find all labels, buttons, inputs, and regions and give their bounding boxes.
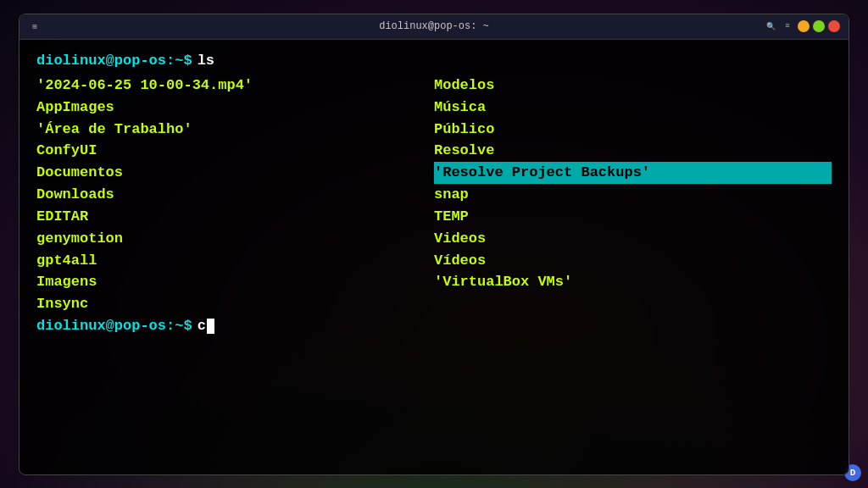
list-item: Imagens [36,271,434,293]
prompt-line-2: diolinux@pop-os:~$ c [36,315,832,337]
list-item: Vídeos [434,250,832,272]
list-item-resolve-backups: 'Resolve Project Backups' [434,162,832,184]
window-title: diolinux@pop-os: ~ [379,20,489,32]
window-controls: 🔍 ≡ [764,20,840,32]
list-item: Música [434,97,832,119]
menu-button[interactable]: ≡ [781,20,794,32]
prompt-cmd-2: c [198,315,206,337]
list-item: TEMP [434,206,832,228]
list-item: EDITAR [36,206,434,228]
search-button[interactable]: 🔍 [764,20,777,32]
list-item: Resolve [434,140,832,162]
maximize-button[interactable] [813,20,825,32]
list-item: Modelos [434,75,832,97]
desktop-background: ⊞ diolinux@pop-os: ~ 🔍 ≡ diolinux@pop-os… [0,0,868,488]
prompt-user-2: diolinux@pop-os:~$ [36,315,192,337]
list-item: 'VirtualBox VMs' [434,271,832,293]
title-bar-left: ⊞ [28,20,42,32]
list-item: gpt4all [36,250,434,272]
list-item-downloads: Downloads [36,184,434,206]
ls-output: '2024-06-25 10-00-34.mp4' AppImages 'Áre… [36,75,832,315]
title-bar: ⊞ diolinux@pop-os: ~ 🔍 ≡ [19,14,849,40]
ls-col-2: Modelos Música Público Resolve 'Resolve … [434,75,832,315]
terminal-window[interactable]: ⊞ diolinux@pop-os: ~ 🔍 ≡ diolinux@pop-os… [19,14,849,475]
close-button[interactable] [828,20,840,32]
terminal-icon: ⊞ [28,20,42,32]
ls-col-1: '2024-06-25 10-00-34.mp4' AppImages 'Áre… [36,75,434,315]
list-item: genymotion [36,228,434,250]
list-item: 'Área de Trabalho' [36,119,434,141]
prompt-user-1: diolinux@pop-os:~$ [36,50,192,72]
list-item: Insync [36,293,434,315]
list-item: Público [434,119,832,141]
list-item: ConfyUI [36,140,434,162]
cursor [207,319,214,334]
list-item: snap [434,184,832,206]
list-item: Documentos [36,162,434,184]
prompt-line-1: diolinux@pop-os:~$ ls [36,50,832,72]
list-item: AppImages [36,97,434,119]
minimize-button[interactable] [798,20,810,32]
list-item: '2024-06-25 10-00-34.mp4' [36,75,434,97]
list-item: Videos [434,228,832,250]
prompt-cmd-1: ls [198,50,214,72]
terminal-content: diolinux@pop-os:~$ ls '2024-06-25 10-00-… [19,40,849,474]
